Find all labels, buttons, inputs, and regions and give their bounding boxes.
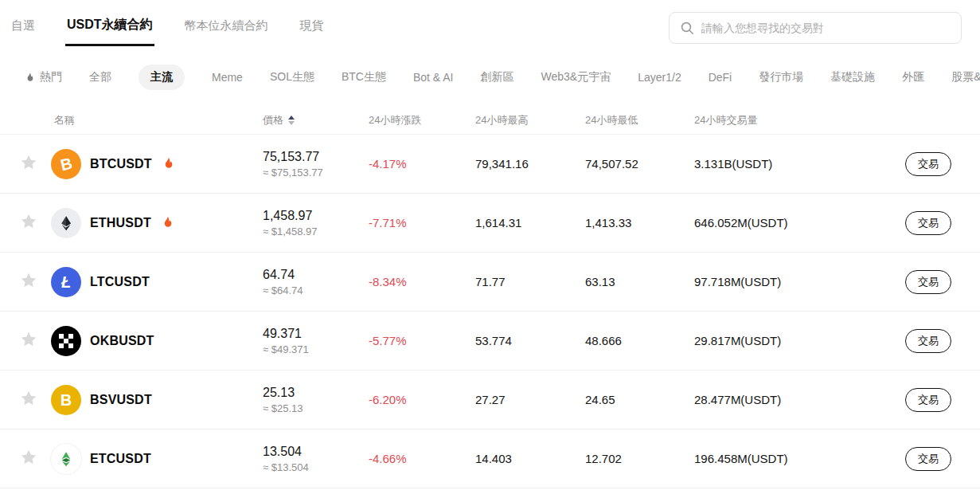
header-high[interactable]: 24小時最高 xyxy=(475,113,585,127)
favorite-star-icon[interactable] xyxy=(19,271,38,290)
low-24h: 74,507.52 xyxy=(585,157,694,171)
price-usd-approx: ≈ $13.504 xyxy=(263,461,369,473)
category-tab-12[interactable]: 基礎設施 xyxy=(830,70,875,84)
category-tab-4[interactable]: SOL生態 xyxy=(270,70,314,84)
header-low[interactable]: 24小時最低 xyxy=(585,113,694,127)
price-value: 49.371 xyxy=(263,327,369,341)
pair-name-cell[interactable]: OKBUSDT xyxy=(51,326,263,356)
category-tab-5[interactable]: BTC生態 xyxy=(342,70,386,84)
table-header: 名稱 價格 24小時漲跌 24小時最高 24小時最低 24小時交易量 xyxy=(0,107,980,134)
change-24h: -4.66% xyxy=(369,452,475,465)
nav-tab-2[interactable]: 幣本位永續合約 xyxy=(183,6,270,46)
search-box[interactable] xyxy=(669,12,962,44)
low-24h: 48.666 xyxy=(585,334,694,347)
favorite-star-icon[interactable] xyxy=(19,212,38,231)
pair-name-cell[interactable]: ETHUSDT xyxy=(51,208,263,238)
category-tab-13[interactable]: 外匯 xyxy=(902,70,924,84)
category-tab-10[interactable]: DeFi xyxy=(709,71,732,84)
low-24h: 12.702 xyxy=(585,452,694,465)
price-usd-approx: ≈ $49.371 xyxy=(263,343,369,355)
change-24h: -8.34% xyxy=(369,275,475,288)
trade-button[interactable]: 交易 xyxy=(905,329,951,353)
low-24h: 24.65 xyxy=(585,393,694,406)
price-usd-approx: ≈ $1,458.97 xyxy=(263,226,369,237)
nav-tab-3[interactable]: 現貨 xyxy=(299,6,326,46)
nav-tab-1[interactable]: USDT永續合約 xyxy=(65,4,154,46)
hot-flame-icon xyxy=(161,156,176,171)
header-change[interactable]: 24小時漲跌 xyxy=(369,113,475,127)
price-usd-approx: ≈ $75,153.77 xyxy=(263,167,369,178)
coin-icon: B xyxy=(51,149,81,179)
pair-symbol: ETHUSDT xyxy=(90,216,151,230)
high-24h: 79,341.16 xyxy=(475,157,585,171)
change-24h: -7.71% xyxy=(369,216,475,229)
hot-flame-icon xyxy=(160,215,175,230)
coin-icon xyxy=(51,444,81,474)
header-price[interactable]: 價格 xyxy=(263,113,369,127)
favorite-star-icon[interactable] xyxy=(19,389,38,408)
header-name[interactable]: 名稱 xyxy=(51,113,263,127)
high-24h: 27.27 xyxy=(475,393,585,406)
sort-desc-icon xyxy=(288,121,295,125)
change-24h: -4.17% xyxy=(369,157,475,171)
category-tab-11[interactable]: 發行市場 xyxy=(759,70,803,84)
nav-tab-0[interactable]: 自選 xyxy=(10,6,37,46)
category-filter-bar: 熱門全部主流MemeSOL生態BTC生態Bot & AI創新區Web3&元宇宙L… xyxy=(0,64,980,91)
trade-button[interactable]: 交易 xyxy=(905,388,951,412)
search-input[interactable] xyxy=(701,22,950,34)
sort-price-icon[interactable] xyxy=(288,116,295,125)
pair-name-cell[interactable]: Ł LTCUSDT xyxy=(51,267,263,297)
category-tab-2[interactable]: 主流 xyxy=(139,65,185,90)
high-24h: 14.403 xyxy=(475,452,585,465)
category-tab-6[interactable]: Bot & AI xyxy=(413,71,454,84)
price-value: 64.74 xyxy=(263,268,369,282)
header-volume[interactable]: 24小時交易量 xyxy=(694,113,905,127)
volume-24h: 29.817M(USDT) xyxy=(694,334,905,347)
pair-name-cell[interactable]: B BTCUSDT xyxy=(51,149,263,179)
low-24h: 1,413.33 xyxy=(585,216,694,229)
coin-icon: B xyxy=(51,385,81,415)
pair-name-cell[interactable]: ETCUSDT xyxy=(51,444,263,474)
trade-button[interactable]: 交易 xyxy=(905,447,951,471)
category-tab-9[interactable]: Layer1/2 xyxy=(638,71,681,84)
favorite-star-icon[interactable] xyxy=(19,153,38,172)
category-tab-8[interactable]: Web3&元宇宙 xyxy=(541,70,611,84)
trade-button[interactable]: 交易 xyxy=(905,211,951,235)
volume-24h: 196.458M(USDT) xyxy=(694,452,905,465)
volume-24h: 3.131B(USDT) xyxy=(694,157,905,171)
price-value: 25.13 xyxy=(263,386,369,400)
trade-button[interactable]: 交易 xyxy=(905,270,951,294)
pair-name-cell[interactable]: B BSVUSDT xyxy=(51,385,263,415)
volume-24h: 97.718M(USDT) xyxy=(694,275,905,288)
high-24h: 71.77 xyxy=(475,275,585,288)
volume-24h: 28.477M(USDT) xyxy=(694,393,905,406)
pair-symbol: ETCUSDT xyxy=(90,452,151,466)
low-24h: 63.13 xyxy=(585,275,694,288)
price-value: 75,153.77 xyxy=(263,150,369,164)
price-usd-approx: ≈ $25.13 xyxy=(263,402,369,414)
table-row: Ł LTCUSDT 64.74 ≈ $64.74 -8.34% 71.77 63… xyxy=(0,252,980,311)
change-24h: -5.77% xyxy=(369,334,475,347)
pair-symbol: BSVUSDT xyxy=(90,393,152,407)
table-row: OKBUSDT 49.371 ≈ $49.371 -5.77% 53.774 4… xyxy=(0,311,980,370)
sort-asc-icon xyxy=(288,116,295,120)
price-usd-approx: ≈ $64.74 xyxy=(263,284,369,296)
flame-icon xyxy=(24,72,36,84)
category-tab-3[interactable]: Meme xyxy=(212,71,243,84)
table-row: ETCUSDT 13.504 ≈ $13.504 -4.66% 14.403 1… xyxy=(0,429,980,488)
category-tab-7[interactable]: 創新區 xyxy=(481,70,514,84)
category-tab-1[interactable]: 全部 xyxy=(89,70,111,84)
coin-icon xyxy=(51,326,81,356)
top-navigation: 自選USDT永續合約幣本位永續合約現貨 xyxy=(0,0,980,46)
category-tab-14[interactable]: 股票& xyxy=(951,70,980,84)
trade-button[interactable]: 交易 xyxy=(905,152,951,176)
price-value: 13.504 xyxy=(263,445,369,459)
favorite-star-icon[interactable] xyxy=(19,448,38,467)
favorite-star-icon[interactable] xyxy=(19,330,38,349)
high-24h: 53.774 xyxy=(475,334,585,347)
pair-symbol: OKBUSDT xyxy=(90,334,154,348)
category-tab-0[interactable]: 熱門 xyxy=(24,70,62,84)
market-type-tabs: 自選USDT永續合約幣本位永續合約現貨 xyxy=(10,4,326,46)
price-value: 1,458.97 xyxy=(263,209,369,223)
coin-icon: Ł xyxy=(51,267,81,297)
